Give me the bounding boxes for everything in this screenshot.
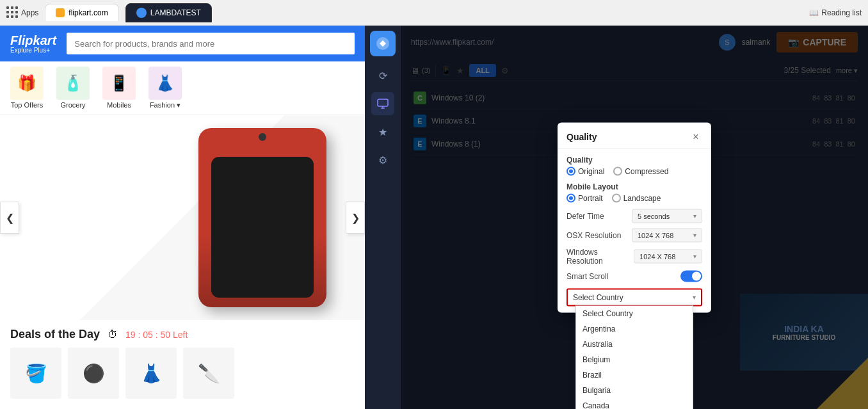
sidebar-icon-monitor[interactable] bbox=[371, 92, 394, 115]
flipkart-header: Flipkart Explore Plus+ bbox=[0, 26, 365, 61]
apps-grid-icon bbox=[6, 6, 19, 19]
osx-resolution-arrow: ▾ bbox=[693, 232, 696, 239]
lambdatest-tab[interactable]: LAMBDATEST bbox=[125, 3, 212, 22]
quality-original-label: Original bbox=[578, 166, 604, 175]
quality-original-radio[interactable] bbox=[567, 166, 575, 175]
lt-content: https://www.flipkart.com/ S salmank 📷 CA… bbox=[401, 26, 868, 409]
country-select-button[interactable]: Select Country ▾ bbox=[567, 288, 702, 306]
nav-item-fashion[interactable]: 👗 Fashion ▾ bbox=[149, 67, 182, 109]
quality-row: Quality Original Compressed bbox=[567, 155, 702, 175]
flipkart-logo-text: Flipkart bbox=[10, 34, 56, 47]
flipkart-tab-label: flipkart.com bbox=[68, 8, 108, 17]
defer-time-row: Defer Time 5 seconds ▾ bbox=[567, 209, 702, 223]
apps-section[interactable]: Apps bbox=[6, 6, 38, 19]
capture-modal: Quality × Quality Original Compressed bbox=[558, 122, 711, 312]
sidebar-icon-settings[interactable]: ⚙ bbox=[371, 148, 394, 172]
portrait-option[interactable]: Portrait bbox=[567, 193, 603, 202]
sidebar-icon-star[interactable]: ★ bbox=[371, 120, 394, 143]
country-option-belgium[interactable]: Belgium bbox=[576, 351, 693, 367]
deals-section: Deals of the Day ⏱ 19 : 05 : 50 Left 🪣 ⚫… bbox=[0, 320, 365, 406]
lt-sidebar: ⟳ ★ ⚙ bbox=[365, 26, 401, 409]
deal-item-2[interactable]: ⚫ bbox=[68, 348, 119, 399]
modal-header: Quality × bbox=[558, 122, 711, 148]
sidebar-icon-history[interactable]: ⟳ bbox=[371, 64, 394, 87]
defer-time-value: 5 seconds bbox=[638, 212, 670, 220]
quality-compressed-label: Compressed bbox=[625, 166, 668, 175]
banner-right-arrow[interactable]: ❯ bbox=[346, 202, 365, 234]
nav-label-grocery: Grocery bbox=[60, 101, 85, 109]
flipkart-favicon bbox=[56, 8, 65, 17]
flipkart-logo[interactable]: Flipkart Explore Plus+ bbox=[10, 34, 56, 54]
mobile-layout-label: Mobile Layout bbox=[567, 182, 702, 191]
deals-header: Deals of the Day ⏱ 19 : 05 : 50 Left bbox=[10, 328, 355, 341]
nav-label-top-offers: Top Offers bbox=[11, 101, 44, 109]
browser-chrome: Apps flipkart.com LAMBDATEST 📖 Reading l… bbox=[0, 0, 868, 26]
country-option-bulgaria[interactable]: Bulgaria bbox=[576, 382, 693, 397]
country-option-brazil[interactable]: Brazil bbox=[576, 367, 693, 382]
windows-resolution-select[interactable]: 1024 X 768 ▾ bbox=[634, 249, 702, 263]
windows-resolution-value: 1024 X 768 bbox=[639, 252, 675, 260]
lt-logo-icon bbox=[376, 36, 390, 51]
monitor-icon bbox=[377, 98, 389, 109]
book-icon: 📖 bbox=[809, 8, 819, 17]
flipkart-search-input[interactable] bbox=[67, 33, 355, 54]
phone-camera bbox=[259, 133, 266, 141]
quality-radio-group: Original Compressed bbox=[567, 166, 702, 175]
lt-logo-button[interactable] bbox=[370, 31, 396, 56]
modal-close-button[interactable]: × bbox=[689, 130, 702, 143]
country-option-select[interactable]: Select Country bbox=[576, 305, 693, 321]
country-option-australia[interactable]: Australia bbox=[576, 336, 693, 351]
nav-item-mobiles[interactable]: 📱 Mobiles bbox=[102, 67, 136, 109]
landscape-radio[interactable] bbox=[612, 193, 621, 202]
flipkart-area: Flipkart Explore Plus+ 🎁 Top Offers 🧴 Gr… bbox=[0, 26, 365, 409]
apps-label: Apps bbox=[21, 8, 38, 17]
mobile-layout-radio-group: Portrait Landscape bbox=[567, 193, 702, 202]
deal-item-1[interactable]: 🪣 bbox=[10, 348, 61, 399]
flipkart-logo-sub: Explore Plus+ bbox=[10, 47, 56, 54]
country-select-arrow: ▾ bbox=[693, 294, 696, 301]
portrait-radio[interactable] bbox=[567, 193, 575, 202]
reading-list[interactable]: 📖 Reading list bbox=[809, 8, 862, 17]
lt-tab-label: LAMBDATEST bbox=[150, 8, 201, 17]
deals-items: 🪣 ⚫ 👗 🔪 bbox=[10, 348, 355, 399]
osx-resolution-select[interactable]: 1024 X 768 ▾ bbox=[632, 228, 702, 242]
defer-time-label: Defer Time bbox=[567, 211, 604, 220]
osx-resolution-row: OSX Resolution 1024 X 768 ▾ bbox=[567, 228, 702, 242]
country-option-argentina[interactable]: Argentina bbox=[576, 321, 693, 336]
flipkart-tab[interactable]: flipkart.com bbox=[45, 4, 118, 21]
country-option-canada[interactable]: Canada bbox=[576, 397, 693, 409]
defer-time-arrow: ▾ bbox=[693, 213, 696, 220]
osx-resolution-label: OSX Resolution bbox=[567, 230, 621, 239]
deals-title: Deals of the Day bbox=[10, 328, 100, 341]
deal-item-4[interactable]: 🔪 bbox=[183, 348, 234, 399]
phone-image bbox=[198, 128, 326, 307]
defer-time-select[interactable]: 5 seconds ▾ bbox=[632, 209, 702, 223]
nav-item-grocery[interactable]: 🧴 Grocery bbox=[56, 67, 90, 109]
osx-resolution-value: 1024 X 768 bbox=[638, 231, 673, 239]
portrait-label: Portrait bbox=[578, 193, 603, 202]
quality-original-option[interactable]: Original bbox=[567, 166, 604, 175]
main-area: Flipkart Explore Plus+ 🎁 Top Offers 🧴 Gr… bbox=[0, 26, 868, 409]
smart-scroll-toggle[interactable] bbox=[680, 270, 702, 282]
modal-title: Quality bbox=[567, 131, 597, 141]
country-select-container: Select Country ▾ Select Country Argentin… bbox=[567, 288, 702, 306]
flipkart-nav: 🎁 Top Offers 🧴 Grocery 📱 Mobiles 👗 Fashi… bbox=[0, 61, 365, 115]
banner-left-arrow[interactable]: ❮ bbox=[0, 202, 19, 234]
flipkart-banner: ❮ ❯ bbox=[0, 115, 365, 320]
quality-compressed-radio[interactable] bbox=[613, 166, 622, 175]
country-dropdown-list[interactable]: Select Country Argentina Australia Belgi… bbox=[575, 305, 693, 409]
reading-list-label: Reading list bbox=[821, 8, 862, 17]
deals-timer: 19 : 05 : 50 Left bbox=[125, 330, 188, 340]
windows-resolution-row: Windows Resolution 1024 X 768 ▾ bbox=[567, 247, 702, 265]
lt-tab-icon bbox=[136, 8, 147, 18]
quality-compressed-option[interactable]: Compressed bbox=[613, 166, 668, 175]
phone-screen bbox=[211, 157, 314, 298]
deal-item-3[interactable]: 👗 bbox=[125, 348, 177, 399]
nav-label-mobiles: Mobiles bbox=[107, 101, 131, 109]
landscape-label: Landscape bbox=[623, 193, 661, 202]
nav-item-top-offers[interactable]: 🎁 Top Offers bbox=[10, 67, 44, 109]
nav-label-fashion: Fashion ▾ bbox=[150, 101, 181, 109]
country-select-placeholder: Select Country bbox=[573, 293, 623, 301]
landscape-option[interactable]: Landscape bbox=[612, 193, 661, 202]
quality-label: Quality bbox=[567, 155, 702, 164]
